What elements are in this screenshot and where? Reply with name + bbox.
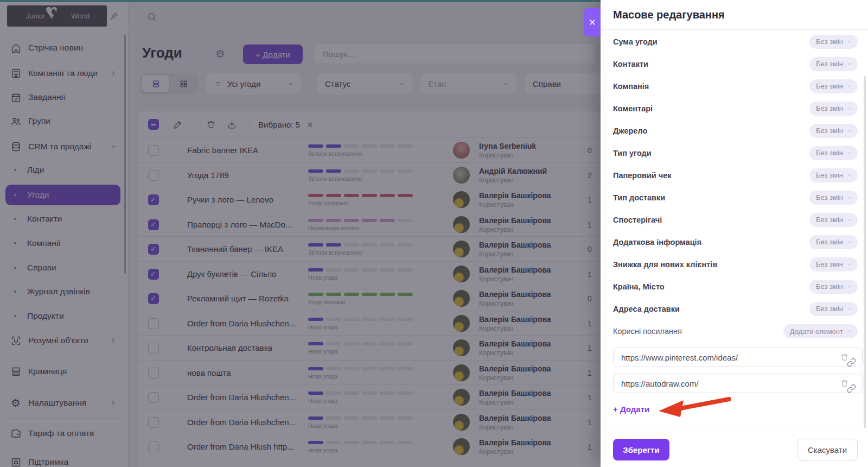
field-value: Без змін [816,60,843,68]
chevron-down-icon [847,284,852,289]
field-value-dropdown[interactable]: Без змін [809,102,858,116]
modal-dim-overlay[interactable] [0,0,601,467]
field-value-dropdown[interactable]: Без змін [809,35,858,49]
link-url-input[interactable] [613,348,863,367]
chevron-down-icon [847,329,852,334]
panel-field: Тип доставки Без змін [601,186,868,209]
field-value: Без змін [816,282,843,291]
panel-field: Паперовий чек Без змін [601,164,868,186]
cancel-button[interactable]: Скасувати [797,439,858,460]
chevron-down-icon [847,262,852,267]
field-label: Знижка для нових клієнтів [613,260,717,269]
field-label: Додаткова інформація [613,238,701,247]
field-label: Тип угоди [613,149,652,157]
save-button[interactable]: Зберегти [613,439,669,460]
chevron-down-icon [847,84,852,89]
field-value: Без змін [816,127,843,135]
chevron-down-icon [847,39,852,45]
panel-fields: Сума угоди Без змін Контакти Без змін [601,30,868,320]
field-label: Адреса доставки [613,305,680,313]
link-row [613,348,863,367]
chevron-down-icon [847,150,852,156]
field-value: Без змін [816,149,843,157]
field-label: Спостерігачі [613,216,662,224]
link-row [613,374,863,393]
divider [601,431,868,431]
panel-field: Контакти Без змін [601,53,868,75]
field-value: Без змін [816,260,843,268]
panel-field: Адреса доставки Без змін [601,298,868,320]
field-label: Джерело [613,127,647,135]
panel-field: Знижка для нових клієнтів Без змін [601,253,868,275]
field-value: Без змін [816,193,843,201]
red-arrow-annotation [652,392,739,420]
app-root: Junior ♥ World Стрічка новин Компанія та… [0,0,868,467]
links-action-value: Додати елемент [790,327,843,336]
divider [601,29,868,30]
chevron-down-icon [847,128,852,134]
panel-field: Джерело Без змін [601,119,868,142]
chevron-down-icon [847,173,852,178]
field-value-dropdown[interactable]: Без змін [809,79,858,93]
chevron-down-icon [847,106,852,111]
field-value-dropdown[interactable]: Без змін [809,146,858,160]
panel-field: Додаткова інформація Без змін [601,231,868,253]
panel-field: Сума угоди Без змін [601,30,868,53]
chevron-down-icon [847,239,852,245]
field-value-dropdown[interactable]: Без змін [809,213,858,227]
field-value-dropdown[interactable]: Без змін [809,235,858,249]
field-value: Без змін [816,305,843,313]
chevron-down-icon [847,195,852,200]
panel-field: Тип угоди Без змін [601,142,868,164]
field-label: Контакти [613,60,648,68]
field-value: Без змін [816,238,843,246]
add-link-button[interactable]: + Додати [613,405,649,414]
link-url-input[interactable] [613,374,863,393]
panel-field: Коментарі Без змін [601,97,868,119]
field-value: Без змін [816,171,843,179]
field-value-dropdown[interactable]: Без змін [809,191,858,205]
bulk-edit-panel: Масове редагування Сума угоди Без змін К… [601,0,868,467]
field-value-dropdown[interactable]: Без змін [809,280,858,294]
field-value-dropdown[interactable]: Без змін [809,124,858,138]
field-value-dropdown[interactable]: Без змін [809,302,858,316]
field-label: Країна, Місто [613,282,665,291]
field-value: Без змін [816,104,843,112]
delete-link-icon[interactable] [840,352,849,362]
field-value: Без змін [816,37,843,46]
panel-field: Країна, Місто Без змін [601,275,868,298]
field-value-dropdown[interactable]: Без змін [809,57,858,71]
field-value: Без змін [816,82,843,90]
chevron-down-icon [847,306,852,312]
panel-scrollbar[interactable] [864,76,866,428]
chevron-down-icon [847,217,852,223]
panel-field: Спостерігачі Без змін [601,209,868,231]
field-value: Без змін [816,216,843,224]
delete-link-icon[interactable] [840,378,849,388]
field-value-dropdown[interactable]: Без змін [809,257,858,272]
field-label: Тип доставки [613,193,665,202]
field-label: Компанія [613,82,649,91]
field-label: Паперовий чек [613,171,672,180]
links-field-label: Корисні посилання [613,327,682,336]
field-value-dropdown[interactable]: Без змін [809,168,858,182]
links-action-dropdown[interactable]: Додати елемент [783,324,858,338]
field-label: Сума угоди [613,37,658,46]
panel-field: Компанія Без змін [601,75,868,97]
panel-title: Масове редагування [613,9,725,21]
links-field: Корисні посилання Додати елемент [601,320,868,343]
chevron-down-icon [847,61,852,67]
close-panel-button[interactable] [584,8,601,36]
field-label: Коментарі [613,104,653,113]
